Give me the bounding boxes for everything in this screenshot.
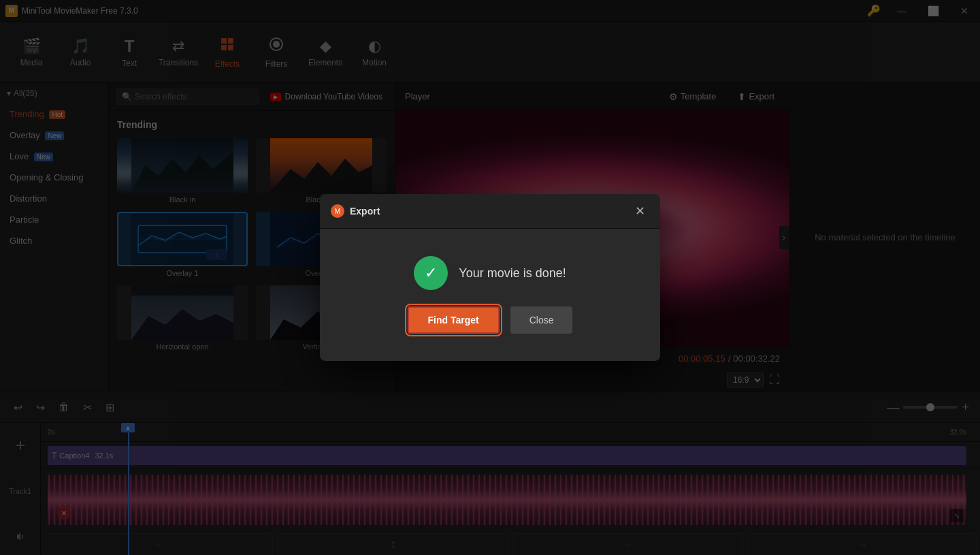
modal-overlay: M Export ✕ ✓ Your movie is done! Find Ta…	[0, 0, 980, 555]
modal-title: Export	[350, 206, 380, 217]
modal-header: M Export ✕	[320, 194, 660, 229]
modal-actions: Find Target Close	[408, 306, 573, 334]
find-target-button[interactable]: Find Target	[408, 306, 500, 334]
export-modal: M Export ✕ ✓ Your movie is done! Find Ta…	[320, 194, 660, 361]
modal-body: ✓ Your movie is done! Find Target Close	[320, 229, 660, 361]
modal-title-row: M Export	[331, 204, 380, 218]
modal-logo: M	[331, 204, 344, 218]
close-modal-button[interactable]: Close	[510, 306, 573, 334]
success-icon: ✓	[414, 256, 448, 290]
success-message: Your movie is done!	[459, 266, 566, 281]
modal-close-button[interactable]: ✕	[631, 202, 649, 220]
success-row: ✓ Your movie is done!	[414, 256, 566, 290]
